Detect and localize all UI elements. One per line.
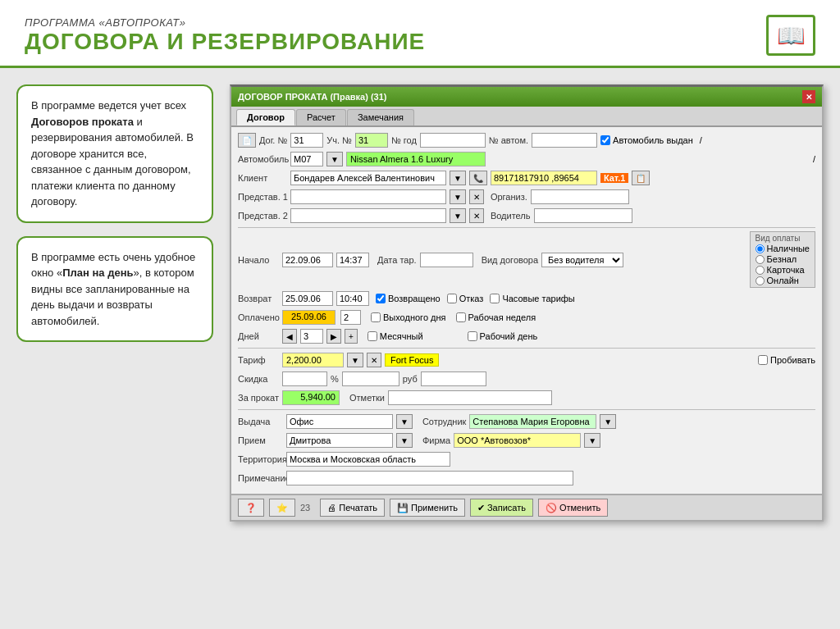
otkaz-label[interactable]: Отказ: [447, 294, 484, 303]
klient-phone-btn[interactable]: 📞: [469, 171, 487, 185]
probivat-checkbox[interactable]: [758, 355, 768, 365]
predst1-dropdown-btn[interactable]: ▼: [450, 189, 466, 204]
doc-icon-button[interactable]: 📄: [238, 133, 256, 148]
row-vydacha: Выдача ▼ Сотрудник ▼: [238, 413, 815, 430]
footer-star-btn[interactable]: ⭐: [269, 499, 295, 517]
klient-input[interactable]: [290, 171, 446, 185]
dialog-close-button[interactable]: ✕: [802, 90, 815, 103]
radio-beznal-label[interactable]: Безнал: [756, 254, 810, 264]
vykh-dnya-label[interactable]: Выходного дня: [371, 312, 446, 322]
vid-dogovora-select[interactable]: Без водителя С водителем: [541, 253, 623, 267]
book-icon: 📖: [766, 15, 815, 56]
vykh-dnya-checkbox[interactable]: [371, 312, 381, 322]
dialog-title: ДОГОВОР ПРОКАТА (Правка) (31): [238, 92, 387, 102]
skidka-extra-input[interactable]: [421, 371, 486, 386]
radio-nalichnye[interactable]: [756, 244, 765, 253]
tarif-val-input[interactable]: [282, 353, 344, 367]
skidka-label: Скидка: [238, 374, 279, 384]
avtomobl-name-input[interactable]: [346, 152, 486, 166]
avt-vidan-label: Автомобиль выдан: [613, 135, 693, 145]
klient-info-btn[interactable]: 📋: [632, 171, 650, 185]
left-panel: В программе ведется учет всех Договоров …: [16, 84, 213, 615]
otmetki-input[interactable]: [388, 390, 552, 405]
priem-dropdown-btn[interactable]: ▼: [396, 433, 413, 448]
rab-nedelya-checkbox[interactable]: [456, 312, 466, 322]
print-button[interactable]: 🖨 Печатать: [320, 499, 385, 517]
dnei-prev-btn[interactable]: ◀: [282, 329, 297, 344]
vozvrat-date-input[interactable]: [282, 291, 333, 306]
radio-kartochka-label[interactable]: Карточка: [756, 265, 810, 275]
voditel-input[interactable]: [534, 208, 632, 223]
chasovye-label[interactable]: Часовые тарифы: [490, 294, 574, 303]
vydacha-input[interactable]: [286, 414, 393, 429]
radio-kartochka[interactable]: [756, 266, 765, 275]
nachalo-date-input[interactable]: [282, 253, 333, 267]
main-content: В программе ведется учет всех Договоров …: [0, 68, 840, 623]
tarif-dropdown-btn[interactable]: ▼: [347, 353, 363, 367]
vozvrascheno-checkbox[interactable]: [376, 294, 386, 303]
avtomobl-dropdown-btn[interactable]: ▼: [326, 152, 343, 166]
avt-vidan-checkbox-label[interactable]: Автомобиль выдан: [600, 135, 693, 145]
footer-info-btn[interactable]: ❓: [238, 499, 264, 517]
predst2-input[interactable]: [290, 208, 446, 223]
vydacha-label: Выдача: [238, 417, 283, 426]
nachalo-time-input[interactable]: [336, 253, 369, 267]
save-button[interactable]: ✔ Записать: [470, 499, 533, 517]
primechanie-input[interactable]: [286, 471, 573, 485]
chasovye-checkbox[interactable]: [490, 294, 500, 303]
oplacheno-val-input[interactable]: [340, 310, 361, 325]
radio-beznal[interactable]: [756, 255, 765, 264]
priem-input[interactable]: [286, 433, 393, 448]
territoriya-input[interactable]: [286, 452, 450, 467]
avt-no-input[interactable]: [532, 133, 597, 148]
dnei-input[interactable]: [300, 329, 323, 344]
uch-no-input[interactable]: [355, 133, 388, 148]
firma-dropdown-btn[interactable]: ▼: [584, 433, 600, 448]
predst2-clear-btn[interactable]: ✕: [469, 208, 484, 223]
tarif-clear-btn[interactable]: ✕: [367, 353, 381, 367]
radio-nalichnye-label[interactable]: Наличные: [756, 244, 810, 253]
rab-den-label[interactable]: Рабочий день: [468, 331, 538, 341]
vozvrat-time-input[interactable]: [336, 291, 369, 306]
sotrudnik-input[interactable]: [469, 414, 596, 429]
radio-online-label[interactable]: Онлайн: [756, 276, 810, 285]
avt-vidan-checkbox[interactable]: [600, 135, 610, 145]
sotrudnik-dropdown-btn[interactable]: ▼: [600, 414, 616, 429]
tab-dogovor[interactable]: Договор: [236, 109, 295, 125]
priem-label: Прием: [238, 435, 283, 445]
skidka-rub-input[interactable]: [342, 371, 399, 386]
vozvrascheno-label[interactable]: Возвращено: [376, 294, 441, 303]
tab-zamechaniya[interactable]: Замечания: [347, 109, 414, 125]
klient-dropdown-btn[interactable]: ▼: [450, 171, 466, 185]
skidka-pct-input[interactable]: [282, 371, 327, 386]
avtomobl-code-input[interactable]: [290, 152, 323, 166]
phone-input[interactable]: [491, 171, 597, 185]
tab-raschet[interactable]: Расчет: [296, 109, 346, 125]
rab-nedelya-label[interactable]: Рабочая неделя: [456, 312, 536, 322]
save-icon: ✔: [477, 503, 485, 513]
mesyachny-checkbox[interactable]: [368, 331, 377, 341]
predst1-input[interactable]: [290, 189, 446, 204]
mesyachny-label[interactable]: Месячный: [368, 331, 423, 341]
dnei-plus-btn[interactable]: +: [345, 329, 358, 344]
data-tar-input[interactable]: [420, 253, 473, 267]
predst1-clear-btn[interactable]: ✕: [469, 189, 484, 204]
apply-button[interactable]: 💾 Применить: [390, 499, 465, 517]
vydacha-dropdown-btn[interactable]: ▼: [396, 414, 413, 429]
divider-3: [238, 409, 815, 410]
probivat-label[interactable]: Пробивать: [758, 355, 815, 365]
radio-online[interactable]: [756, 276, 765, 285]
rab-den-checkbox[interactable]: [468, 331, 477, 341]
dog-no-input[interactable]: [290, 133, 323, 148]
otkaz-checkbox[interactable]: [447, 294, 457, 303]
organiz-input[interactable]: [531, 189, 629, 204]
cancel-icon: 🚫: [546, 503, 557, 513]
dnei-next-btn[interactable]: ▶: [326, 329, 341, 344]
predst2-dropdown-btn[interactable]: ▼: [450, 208, 466, 223]
info-box-1: В программе ведется учет всех Договоров …: [16, 84, 213, 223]
dialog-footer: ❓ ⭐ 23 🖨 Печатать 💾 Применить ✔ Записать…: [231, 494, 822, 520]
firma-input[interactable]: [454, 433, 581, 448]
god-input[interactable]: [420, 133, 486, 148]
cancel-button[interactable]: 🚫 Отменить: [538, 499, 608, 517]
avtomobl-label: Автомобиль: [238, 154, 287, 164]
